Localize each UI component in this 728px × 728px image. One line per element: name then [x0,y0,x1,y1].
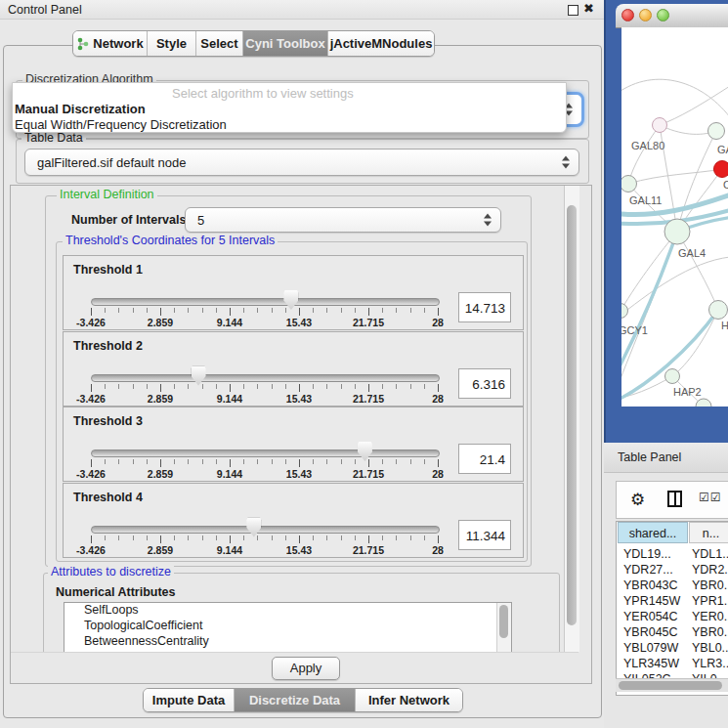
threshold-label: Threshold 1 [73,263,143,277]
algorithm-option[interactable]: Manual Discretization [15,102,146,116]
cell-name: YLR3... [692,656,728,671]
column-header-shared-name[interactable]: shared... [618,522,688,543]
attribute-item[interactable]: TopologicalCoefficient [64,619,511,634]
slider-tick-label: 9.144 [217,544,242,556]
slider-tick-label: 21.715 [353,317,384,328]
table-data-combobox[interactable]: galFiltered.sif default node [24,149,579,176]
tab-impute-data[interactable]: Impute Data [144,689,235,711]
cell-shared-name: YBL079W [623,640,678,656]
threshold-slider-track[interactable] [91,526,440,534]
cell-name: YER0... [692,609,728,624]
cell-name: YBR0... [692,578,728,593]
checkboxes-icon[interactable]: ☑☑ [699,491,722,504]
minimize-traffic-light-icon[interactable] [639,9,652,21]
slider-major-ticks [91,535,440,543]
tab-label: Impute Data [152,693,225,707]
threshold-slider-track[interactable] [91,374,440,382]
slider-tick-label: -3.426 [76,468,106,480]
thresholds-group-title: Threshold's Coordinates for 5 Intervals [63,234,278,247]
node-label: GAL80 [631,140,664,151]
number-of-intervals-value: 5 [197,213,204,228]
network-canvas[interactable]: GAL80 GAL11 GAL4 GCY1 HAP2 GA C H [621,27,728,407]
node-label: HAP2 [673,386,702,398]
network-icon [76,37,89,51]
network-window-titlebar[interactable] [616,4,728,28]
table-row[interactable]: YBR045CYBR0... [617,624,728,640]
column-layout-icon[interactable] [667,491,682,507]
node-label: C [723,179,728,191]
tab-label: Discretize Data [249,693,340,707]
settings-scrollbar[interactable] [564,186,579,652]
node-label: GAL4 [678,247,706,259]
threshold-slider-thumb[interactable] [283,290,298,310]
close-traffic-light-icon[interactable] [621,9,634,21]
close-icon[interactable]: ✖ [583,1,594,16]
slider-tick-label: 15.43 [286,468,312,480]
threshold-slider-track[interactable] [91,450,440,457]
tab-network[interactable]: Network [73,31,148,56]
tab-select[interactable]: Select [196,31,243,56]
slider-tick-label: 28 [432,393,444,405]
control-panel-tabs: NetworkStyleSelectCyni ToolboxjActiveMNo… [72,30,435,57]
table-row[interactable]: YER054CYER0... [617,609,728,624]
threshold-value-field[interactable]: 14.713 [458,292,511,322]
slider-tick-label: 15.43 [286,317,312,328]
number-of-intervals-combobox[interactable]: 5 [185,207,501,233]
tab-label: Cyni Toolbox [245,36,324,51]
threshold-slider-thumb[interactable] [192,366,206,386]
number-of-intervals-label: Number of Intervals [71,213,186,227]
threshold-panel-2: Threshold 2-3.4262.8599.14415.4321.71528… [63,331,524,407]
threshold-value-field[interactable]: 21.4 [458,444,511,474]
network-window-frame: GAL80 GAL11 GAL4 GCY1 HAP2 GA C H [604,0,728,443]
slider-tick-label: 28 [432,468,444,480]
slider-tick-label: 15.43 [286,544,312,556]
algorithm-option[interactable]: Equal Width/Frequency Discretization [15,117,227,132]
column-header-name[interactable]: n... [689,522,728,543]
table-row[interactable]: YDR27...YDR2... [617,562,728,578]
table-data-title: Table Data [21,131,86,145]
tab-jactivemnodules[interactable]: jActiveMNodules [328,31,434,56]
table-row[interactable]: YBR043CYBR0... [617,578,728,593]
interval-definition-title: Interval Definition [57,188,157,201]
tab-style[interactable]: Style [148,31,196,56]
threshold-value-field[interactable]: 11.344 [458,520,511,550]
threshold-value-field[interactable]: 6.316 [458,368,511,399]
slider-tick-label: 2.859 [148,468,173,480]
table-row[interactable]: YDL19...YDL1... [617,546,728,562]
tab-cyni-toolbox[interactable]: Cyni Toolbox [243,31,328,56]
table-horizontal-scrollbar[interactable] [616,678,728,692]
control-panel: Control Panel ✖ NetworkStyleSelectCyni T… [0,0,604,728]
apply-row: Apply [11,652,578,683]
attributes-scrollbar[interactable] [496,603,511,652]
cell-shared-name: YBR045C [623,624,678,640]
slider-major-ticks [91,459,440,467]
table-row[interactable]: YLR345WYLR3... [617,656,728,671]
slider-tick-label: 2.859 [148,544,173,556]
table-panel-title: Table Panel [618,450,681,464]
threshold-slider-track[interactable] [91,298,440,306]
cell-shared-name: YER054C [623,609,678,624]
panel-title: Control Panel [8,3,82,17]
table-row[interactable]: YPR145WYPR1... [617,593,728,609]
cell-name: YPR1... [692,593,728,609]
tab-discretize-data[interactable]: Discretize Data [235,689,356,711]
threshold-slider-thumb[interactable] [358,442,372,461]
threshold-slider-thumb[interactable] [246,518,261,537]
node-table[interactable]: shared... n... YDL19...YDL1...YDR27...YD… [616,521,728,696]
cell-shared-name: YDR27... [623,562,673,578]
attribute-item[interactable]: SelfLoops [64,603,511,619]
slider-tick-label: 9.144 [217,468,242,480]
zoom-traffic-light-icon[interactable] [657,9,669,21]
threshold-panel-1: Threshold 1-3.4262.8599.14415.4321.71528… [63,255,524,330]
attribute-item[interactable]: BetweennessCentrality [64,634,511,650]
cell-shared-name: YLR345W [623,656,679,671]
cell-name: YBR0... [692,624,728,640]
float-window-icon[interactable] [568,5,578,16]
numerical-attributes-list[interactable]: SelfLoopsTopologicalCoefficientBetweenne… [64,602,512,652]
combo-arrows-icon [484,214,492,227]
gear-icon[interactable]: ⚙ [630,490,645,510]
tab-infer-network[interactable]: Infer Network [356,689,462,711]
table-row[interactable]: YBL079WYBL0... [617,640,728,656]
apply-button[interactable]: Apply [272,657,340,680]
attributes-group-title: Attributes to discretize [48,565,174,578]
